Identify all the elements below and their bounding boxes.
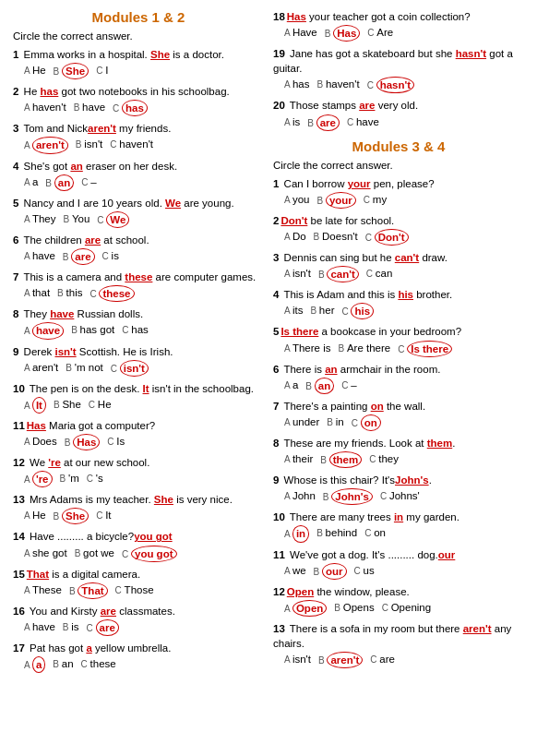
list-item: B your bbox=[316, 192, 355, 209]
table-row: 10 The pen is on the desk. It isn't in t… bbox=[13, 381, 264, 414]
question-number: 13 bbox=[273, 623, 285, 634]
option-label: A bbox=[24, 288, 32, 298]
list-item: C can bbox=[366, 266, 393, 282]
option-label: C bbox=[89, 400, 98, 410]
question-number: 11 bbox=[273, 549, 285, 560]
option-label: B bbox=[316, 528, 325, 538]
list-item: B are bbox=[63, 248, 95, 265]
list-item: A He bbox=[24, 508, 46, 524]
list-item: A has bbox=[284, 77, 309, 93]
question-number: 2 bbox=[273, 215, 279, 226]
list-item: C isn't bbox=[111, 360, 149, 377]
circled-answer: a bbox=[32, 656, 45, 673]
answer-inline: That bbox=[27, 569, 49, 580]
circled-answer: Has bbox=[73, 434, 100, 450]
list-item: A haven't bbox=[24, 100, 66, 116]
list-item: B Opens bbox=[334, 600, 374, 617]
list-item: A They bbox=[24, 211, 55, 228]
list-item: A its bbox=[284, 303, 303, 319]
circled-answer: Don't bbox=[375, 229, 409, 246]
circled-answer: our bbox=[322, 563, 347, 580]
option-label: B bbox=[314, 567, 322, 577]
option-label: B bbox=[53, 659, 61, 669]
question-number: 12 bbox=[273, 586, 285, 597]
answer-inline: these bbox=[125, 271, 152, 282]
option-label: A bbox=[24, 102, 32, 113]
option-label: C bbox=[367, 28, 376, 38]
question-number: 19 bbox=[273, 48, 285, 59]
table-row: 13 There is a sofa in my room but there … bbox=[273, 621, 524, 668]
list-item: A a bbox=[24, 174, 38, 191]
circled-answer: John's bbox=[331, 488, 373, 505]
question-number: 6 bbox=[273, 364, 279, 375]
option-label: C bbox=[96, 66, 105, 76]
list-item: C haven't bbox=[110, 137, 153, 153]
option-label: B bbox=[338, 343, 346, 354]
table-row: 2Don't be late for school.A DoB Doesn'tC… bbox=[273, 213, 524, 246]
question-number: 8 bbox=[13, 308, 18, 319]
option-label: C bbox=[347, 117, 356, 127]
right-column: 18Has your teacher got a coin collection… bbox=[273, 9, 524, 678]
list-item: C his bbox=[341, 303, 374, 319]
option-label: A bbox=[284, 604, 292, 614]
option-label: B bbox=[66, 363, 74, 373]
list-item: B She bbox=[54, 397, 81, 414]
table-row: 7 This is a camera and these are compute… bbox=[13, 270, 264, 302]
question-number: 10 bbox=[13, 383, 25, 394]
question-number: 6 bbox=[13, 234, 18, 246]
option-label: A bbox=[284, 79, 292, 90]
option-label: C bbox=[341, 306, 351, 317]
circled-answer: That bbox=[78, 582, 107, 599]
table-row: 3 Tom and Nickaren't my friends.A aren't… bbox=[13, 121, 264, 153]
list-item: A that bbox=[24, 285, 50, 302]
option-label: B bbox=[60, 474, 68, 484]
list-item: A a bbox=[284, 378, 298, 394]
option-label: A bbox=[24, 510, 32, 521]
option-label: A bbox=[284, 654, 292, 665]
option-label: C bbox=[97, 215, 106, 225]
question-number: 12 bbox=[13, 457, 25, 468]
answer-inline: are bbox=[85, 234, 101, 246]
list-item: C my bbox=[364, 192, 387, 209]
answer-inline: in bbox=[394, 511, 403, 522]
table-row: 1 Can I borrow your pen, please?A youB y… bbox=[273, 176, 524, 209]
table-row: 3 Dennis can sing but he can't draw.A is… bbox=[273, 250, 524, 282]
circled-answer: you got bbox=[131, 546, 177, 562]
answer-inline: our bbox=[438, 549, 456, 560]
table-row: 13 Mrs Adams is my teacher. She is very … bbox=[13, 492, 264, 524]
answer-inline: are bbox=[101, 606, 116, 617]
table-row: 18Has your teacher got a coin collection… bbox=[273, 9, 524, 42]
option-label: A bbox=[284, 529, 292, 539]
question-number: 4 bbox=[13, 161, 18, 172]
list-item: C they bbox=[369, 451, 399, 468]
answer-inline: Don't bbox=[280, 215, 307, 226]
circled-answer: Is there bbox=[407, 341, 452, 357]
option-label: B bbox=[54, 400, 62, 410]
list-item: C I bbox=[96, 63, 108, 79]
table-row: 9 Whose is this chair? It'sJohn's.A John… bbox=[273, 473, 524, 505]
option-label: C bbox=[366, 269, 376, 279]
list-item: B She bbox=[54, 63, 90, 79]
answer-inline: Has bbox=[27, 420, 46, 431]
option-label: A bbox=[284, 566, 292, 576]
table-row: 6 The children are at school.A haveB are… bbox=[13, 233, 264, 265]
answer-inline: John's bbox=[395, 474, 429, 486]
answer-inline: hasn't bbox=[456, 48, 486, 59]
question-number: 10 bbox=[273, 511, 285, 522]
question-number: 7 bbox=[13, 271, 18, 282]
list-item: B She bbox=[54, 508, 90, 524]
answer-inline: his bbox=[398, 289, 413, 300]
option-label: B bbox=[76, 139, 84, 150]
option-label: A bbox=[284, 491, 292, 501]
option-label: B bbox=[323, 492, 331, 502]
table-row: 6 There is an armchair in the room.A aB … bbox=[273, 362, 524, 394]
list-item: A she got bbox=[24, 546, 67, 562]
circled-answer: isn't bbox=[120, 360, 149, 377]
list-item: A isn't bbox=[284, 266, 311, 282]
option-label: A bbox=[284, 454, 292, 464]
circled-answer: She bbox=[62, 63, 89, 79]
circled-answer: are bbox=[71, 248, 94, 265]
option-label: B bbox=[65, 438, 73, 448]
list-item: B John's bbox=[323, 488, 373, 505]
option-label: A bbox=[284, 195, 292, 205]
